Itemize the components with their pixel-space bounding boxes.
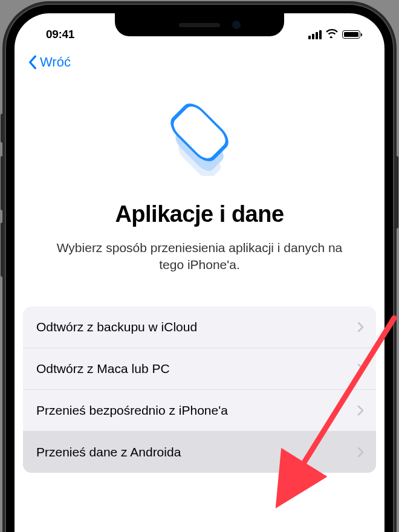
notch bbox=[115, 13, 284, 36]
wifi-icon bbox=[326, 28, 338, 41]
chevron-right-icon bbox=[357, 363, 364, 374]
option-label: Odtwórz z Maca lub PC bbox=[36, 362, 170, 376]
chevron-right-icon bbox=[357, 447, 364, 458]
page-subtitle: Wybierz sposób przeniesienia aplikacji i… bbox=[39, 239, 360, 274]
back-button[interactable]: Wróć bbox=[28, 54, 71, 70]
options-list: Odtwórz z backupu w iCloud Odtwórz z Mac… bbox=[23, 307, 376, 473]
back-button-label: Wróć bbox=[40, 54, 71, 70]
option-restore-mac-pc[interactable]: Odtwórz z Maca lub PC bbox=[23, 348, 376, 390]
option-label: Odtwórz z backupu w iCloud bbox=[36, 320, 197, 334]
status-icons bbox=[308, 28, 360, 41]
option-restore-icloud[interactable]: Odtwórz z backupu w iCloud bbox=[23, 307, 376, 348]
apps-data-icon bbox=[160, 97, 239, 176]
status-time: 09:41 bbox=[46, 28, 74, 41]
phone-device-frame: 09:41 Wróć bbox=[6, 5, 393, 532]
battery-icon bbox=[342, 30, 360, 39]
chevron-right-icon bbox=[357, 405, 364, 416]
option-transfer-iphone[interactable]: Przenieś bezpośrednio z iPhone'a bbox=[23, 390, 376, 432]
page-title: Aplikacje i dane bbox=[39, 201, 360, 227]
cellular-signal-icon bbox=[308, 30, 322, 39]
chevron-left-icon bbox=[28, 55, 37, 70]
chevron-right-icon bbox=[357, 322, 364, 332]
screen: 09:41 Wróć bbox=[15, 13, 384, 532]
option-label: Przenieś bezpośrednio z iPhone'a bbox=[36, 403, 228, 418]
option-move-android[interactable]: Przenieś dane z Androida bbox=[23, 432, 376, 473]
option-label: Przenieś dane z Androida bbox=[36, 445, 181, 459]
